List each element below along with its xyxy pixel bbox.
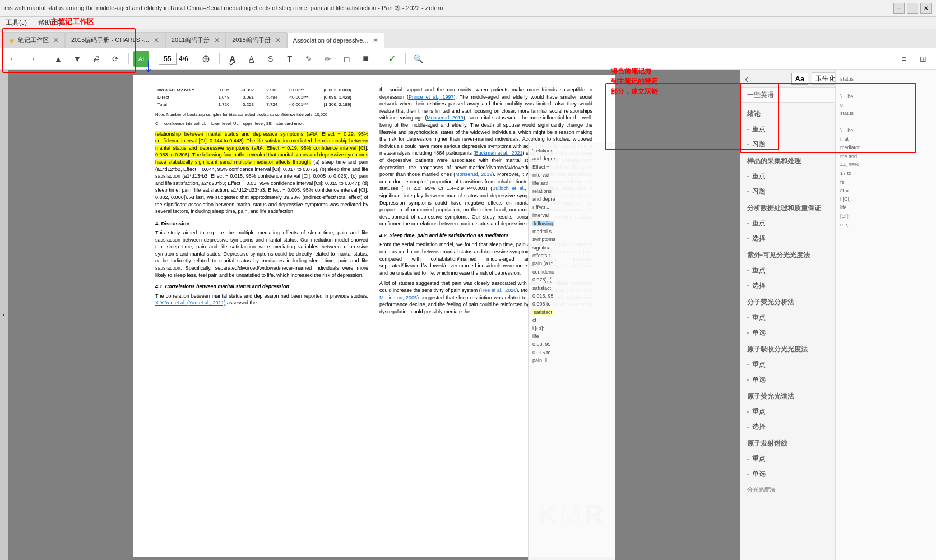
- notes-line: status: [840, 75, 932, 84]
- tab-coding3-label: 2018编码手册: [232, 36, 270, 44]
- tab-paper-close[interactable]: ✕: [373, 36, 378, 44]
- tab-notes-label: 笔记工作区: [18, 36, 49, 44]
- section-discussion: 4. Discussion: [155, 220, 368, 227]
- up-button[interactable]: ▲: [50, 51, 67, 67]
- bullet-icon: •: [747, 189, 749, 194]
- citation-prince[interactable]: Prince et al., 1997: [409, 94, 453, 100]
- eraser-button[interactable]: ◻: [339, 51, 355, 67]
- section-correlations: 4.1. Correlations between marital status…: [155, 283, 368, 290]
- highlight-button[interactable]: A: [224, 51, 241, 67]
- right-panel: ‹ Aa 🔍 ⋯ ⚙ 一些英语 绪论 •重点 •习题 样品的采集和处理 •: [740, 70, 936, 560]
- toolbar: ← → ▲ ▼ 🖨 ⟳ AI 4/6 ⊕ A A S T ✎ ✏ ◻ ■ ✓ 🔍…: [0, 48, 936, 70]
- bullet-icon: •: [747, 127, 749, 132]
- tab-coding1[interactable]: 2015编码手册 - CHARLS -... ✕: [65, 32, 165, 48]
- notes-edge-overlay: "relations and depre Effect = interval l…: [528, 142, 615, 560]
- toolbar-sep-1: [45, 53, 45, 64]
- font-label[interactable]: Aa: [791, 73, 809, 85]
- citation-monserud2[interactable]: Monserud, 2019: [455, 172, 492, 177]
- tab-coding3-close[interactable]: ✕: [275, 36, 281, 44]
- page-fraction: 4/6: [179, 55, 188, 63]
- table-note1: Note: Number of bootstrap samples for bi…: [155, 112, 368, 118]
- bullet-icon: •: [747, 268, 749, 273]
- bullet-icon: •: [747, 377, 749, 382]
- notes-line: ). The: [840, 127, 932, 135]
- notes-text-panel: status ; ). The e status ; ). The that m…: [835, 70, 936, 560]
- menu-tools[interactable]: 工具(J): [2, 17, 30, 29]
- menu-bar: 工具(J) 帮助(H): [0, 17, 936, 29]
- tab-notes-close[interactable]: ✕: [53, 36, 59, 44]
- notes-line: status: [840, 109, 932, 118]
- color-button[interactable]: ■: [358, 51, 374, 67]
- notes-line: mediator: [840, 144, 932, 152]
- grid-view-button[interactable]: ⊞: [915, 51, 932, 67]
- highlighted-text-1: relationship between marital status and …: [155, 131, 368, 165]
- note-button[interactable]: ✎: [300, 51, 317, 67]
- tab-notes-icon: ★: [8, 36, 16, 45]
- notes-line: [CI]:: [840, 212, 932, 221]
- notes-text-content: status ; ). The e status ; ). The that m…: [840, 75, 932, 229]
- search-button[interactable]: 🔍: [410, 51, 427, 67]
- notes-line: that: [840, 135, 932, 144]
- pdf-left-column: Ind X M1 M2 M3 Y0.005-0.0022.9620.003**[…: [155, 86, 368, 546]
- toolbar-sep-4: [193, 53, 193, 64]
- print-button[interactable]: 🖨: [88, 51, 105, 67]
- toolbar-sep-2: [128, 53, 129, 64]
- close-button[interactable]: ✕: [920, 3, 932, 14]
- bullet-icon: •: [747, 362, 749, 367]
- text-button[interactable]: T: [281, 51, 298, 67]
- toolbar-sep-3: [154, 53, 154, 64]
- citation-monserud[interactable]: Monserud, 2019: [427, 115, 464, 121]
- tab-coding1-close[interactable]: ✕: [154, 36, 159, 44]
- tab-bar: ★ 笔记工作区 ✕ 2015编码手册 - CHARLS -... ✕ 2011编…: [0, 29, 936, 48]
- notes-line: e: [840, 101, 932, 109]
- tab-paper[interactable]: Association of depressive... ✕: [287, 33, 384, 48]
- citation-yan[interactable]: X-Y Yan et al. (Yan et al., 2011): [155, 300, 225, 306]
- ai-button[interactable]: AI: [133, 51, 149, 67]
- tab-coding2-close[interactable]: ✕: [214, 36, 220, 44]
- toolbar-sep-5: [219, 53, 220, 64]
- pdf-panel: Ind X M1 M2 M3 Y0.005-0.0022.9620.003**[…: [8, 70, 740, 560]
- forward-button[interactable]: →: [24, 51, 40, 67]
- notes-line: 17 to: [840, 169, 932, 178]
- tab-coding1-label: 2015编码手册 - CHARLS -...: [71, 36, 149, 44]
- zoom-in-button[interactable]: ⊕: [198, 51, 215, 67]
- down-button[interactable]: ▼: [69, 51, 86, 67]
- bullet-icon: •: [747, 330, 749, 335]
- page-number-input[interactable]: [159, 53, 177, 65]
- bullet-icon: •: [747, 471, 749, 476]
- menu-help[interactable]: 帮助(H): [35, 17, 64, 29]
- pdf-left-para3: The correlation between marital status a…: [155, 293, 368, 307]
- citation-buckman[interactable]: Buckman et al., 2021: [475, 150, 523, 156]
- maximize-button[interactable]: □: [907, 3, 918, 14]
- bullet-icon: •: [747, 424, 749, 429]
- bullet-icon: •: [747, 409, 749, 414]
- sidebar-toggle-icon: ‹: [3, 312, 4, 318]
- window-title: ms with marital status among the middle-…: [4, 4, 893, 12]
- left-sidebar-toggle[interactable]: ‹: [0, 70, 8, 560]
- tab-coding3[interactable]: 2018编码手册 ✕: [226, 32, 286, 48]
- notes-line: 44, 95%: [840, 161, 932, 169]
- bullet-icon: •: [747, 456, 749, 461]
- minimize-button[interactable]: ─: [893, 3, 905, 14]
- right-nav-left[interactable]: ‹: [745, 72, 749, 85]
- green-check-button[interactable]: ✓: [384, 51, 401, 67]
- highlight2-button[interactable]: A: [243, 51, 260, 67]
- pdf-scroll[interactable]: Ind X M1 M2 M3 Y0.005-0.0022.9620.003**[…: [8, 70, 740, 560]
- table-row: Total1.726-0.2237.724<0.001***[1.306, 2.…: [155, 101, 368, 108]
- toolbar-sep-6: [379, 53, 379, 64]
- list-view-button[interactable]: ≡: [896, 51, 912, 67]
- tab-paper-label: Association of depressive...: [293, 37, 368, 44]
- rotate-button[interactable]: ⟳: [107, 51, 124, 67]
- tab-coding2[interactable]: 2011编码手册 ✕: [165, 32, 226, 48]
- bullet-icon: •: [747, 315, 749, 320]
- page-nav: 4/6: [159, 53, 188, 65]
- strikethrough-button[interactable]: S: [262, 51, 279, 67]
- tab-notes[interactable]: ★ 笔记工作区 ✕: [2, 32, 65, 48]
- citation-ree[interactable]: Ree et al., 2020: [481, 288, 517, 293]
- window-controls: ─ □ ✕: [893, 3, 932, 14]
- notes-line: ). The: [840, 92, 932, 101]
- back-button[interactable]: ←: [4, 51, 21, 67]
- bullet-icon: •: [747, 236, 749, 241]
- notes-line: ct =: [840, 187, 932, 195]
- draw-button[interactable]: ✏: [319, 51, 336, 67]
